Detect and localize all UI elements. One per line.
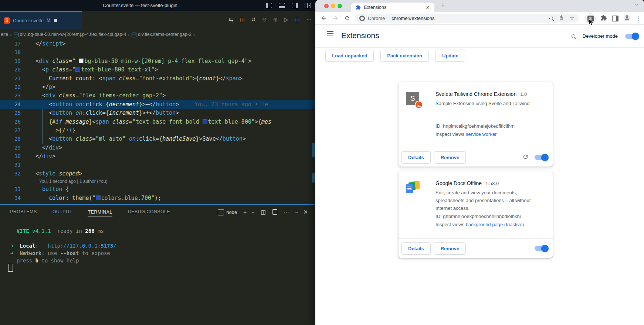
toggle-panel-icon[interactable]	[279, 3, 285, 10]
symbol-cube-icon	[132, 33, 136, 37]
tab-search-chevron-icon[interactable]: ›	[634, 4, 640, 6]
details-button[interactable]: Details	[401, 242, 431, 255]
customize-layout-icon[interactable]	[305, 3, 311, 10]
terminal-instance-node[interactable]: › node	[218, 209, 237, 215]
developer-mode-label: Developer mode	[583, 33, 618, 39]
minimize-window-button[interactable]	[331, 4, 335, 8]
pack-extension-button[interactable]: Pack extension	[380, 50, 429, 62]
code-line[interactable]: 17</script>	[0, 40, 315, 48]
split-editor-icon[interactable]: ◫	[295, 16, 300, 23]
chrome-menu-icon[interactable]: ⋮	[635, 15, 641, 22]
discard-icon[interactable]: ↺	[251, 16, 256, 23]
maximize-panel-icon[interactable]: ›	[295, 209, 297, 215]
code-line[interactable]: 21 Current count: <span class="font-extr…	[0, 74, 315, 83]
extension-enabled-toggle[interactable]	[535, 155, 548, 160]
code-line[interactable]: 31	[0, 161, 315, 169]
panel-tab-output[interactable]: OUTPUT	[52, 209, 72, 215]
close-window-button[interactable]	[324, 4, 329, 8]
compare-changes-icon[interactable]: ⇆	[229, 16, 234, 23]
new-terminal-icon[interactable]: +	[243, 209, 247, 215]
remove-button[interactable]: Remove	[434, 242, 466, 255]
vscode-titlebar: Counter.svelte — test-svelte-plugin	[0, 0, 315, 11]
bookmark-star-icon[interactable]: ☆	[570, 16, 574, 21]
window-title: Counter.svelte — test-svelte-plugin	[0, 3, 280, 8]
inspect-views-link[interactable]: background page (Inactive)	[466, 222, 524, 227]
tab-title: Extensions	[364, 5, 426, 10]
extension-enabled-toggle[interactable]	[535, 246, 548, 251]
code-line[interactable]: 28 <button class="ml-auto" on:click={han…	[0, 135, 315, 143]
code-line[interactable]: 20 <p class="text-blue-800 text-xl">	[0, 66, 315, 74]
unpacked-badge-icon	[415, 101, 423, 109]
chrome-window: Extensions ✕ + › Chrome chrome://extensi…	[315, 0, 644, 325]
details-button[interactable]: Details	[401, 151, 431, 164]
code-line[interactable]: 18	[0, 48, 315, 57]
remove-button[interactable]: Remove	[434, 151, 466, 164]
search-icon[interactable]	[572, 34, 575, 38]
tab-extensions[interactable]: Extensions ✕	[351, 3, 434, 12]
extension-version: 1.0	[520, 91, 527, 97]
inspect-views-link[interactable]: service worker	[466, 131, 497, 137]
terminal-picker-chevron-icon[interactable]: ›	[253, 209, 255, 215]
code-line[interactable]: 27 >{/if}	[0, 126, 315, 135]
breadcrumb[interactable]: elte›div..bg-blue-50.min-w-[20rem].p-4.f…	[0, 29, 315, 40]
zoom-window-button[interactable]	[338, 4, 342, 8]
share-icon[interactable]	[559, 15, 564, 22]
tab-counter-svelte[interactable]: S Counter.svelte M	[0, 11, 82, 29]
code-line[interactable]: 23 <div class="flex items-center gap-2">	[0, 91, 315, 100]
next-change-icon[interactable]: ⊕	[273, 16, 278, 23]
breadcrumb-item[interactable]: div.flex.items-center.gap-2	[138, 32, 191, 37]
more-actions-icon[interactable]: ⋯	[306, 16, 312, 23]
close-panel-icon[interactable]: ✕	[303, 209, 308, 215]
panel-tab-problems[interactable]: PROBLEMS	[10, 209, 37, 215]
update-button[interactable]: Update	[435, 50, 465, 62]
previous-change-icon[interactable]: ⊖	[262, 16, 267, 23]
code-line[interactable]: 34 color: theme("colors.blue.700");	[0, 194, 315, 202]
code-line[interactable]: 32<style scoped>	[0, 170, 315, 178]
open-changes-icon[interactable]: ◫	[240, 16, 245, 23]
svelte-file-icon: S	[4, 17, 10, 24]
color-swatch-icon	[203, 119, 207, 124]
panel-tab-terminal[interactable]: TERMINAL	[88, 210, 112, 217]
code-line[interactable]: 19<div class=" bg-blue-50 min-w-[20rem] …	[0, 57, 315, 66]
toggle-sidebar-icon[interactable]	[266, 3, 272, 10]
code-line[interactable]: 24 <button on:click={decrement}>−</butto…	[0, 100, 315, 109]
side-panel-icon[interactable]	[612, 16, 618, 21]
code-line[interactable]: 22 </p>	[0, 83, 315, 91]
load-unpacked-button[interactable]: Load unpacked	[325, 50, 374, 62]
svelte-extension-toolbar-icon[interactable]: S	[585, 13, 596, 24]
reload-button[interactable]	[344, 15, 350, 23]
extension-version: 1.53.0	[485, 181, 499, 186]
code-editor[interactable]: 17</script>1819<div class=" bg-blue-50 m…	[0, 40, 315, 204]
code-line[interactable]: 25 <button on:click={increment}>+</butto…	[0, 109, 315, 117]
back-button[interactable]	[321, 15, 327, 23]
reload-extension-icon[interactable]	[522, 154, 529, 161]
codelens-blame[interactable]: You, 1 second ago | 1 author (You)	[0, 178, 315, 185]
forward-button[interactable]	[332, 15, 339, 23]
breadcrumb-item[interactable]: div..bg-blue-50.min-w-[20rem].p-4.flex.f…	[20, 32, 126, 37]
line-number: 30	[0, 152, 21, 161]
address-bar[interactable]: Chrome chrome://extensions ☆	[355, 14, 579, 23]
code-line[interactable]: 29 </div>	[0, 144, 315, 152]
code-line[interactable]: 30</div>	[0, 152, 315, 161]
zoom-icon[interactable]	[549, 17, 553, 20]
more-icon[interactable]: ⋯	[284, 209, 289, 215]
editor-actions: ⇆◫↺⊖⊕▷◫⋯	[229, 16, 312, 23]
profile-avatar[interactable]	[623, 14, 631, 23]
kill-terminal-icon[interactable]	[272, 209, 277, 215]
breadcrumb-item[interactable]: elte	[1, 32, 8, 37]
extensions-puzzle-icon[interactable]	[600, 14, 607, 23]
toggle-secondary-sidebar-icon[interactable]	[292, 3, 298, 10]
hamburger-menu-icon[interactable]	[327, 31, 333, 32]
developer-mode-toggle[interactable]	[625, 34, 638, 39]
mouse-cursor	[589, 19, 594, 26]
code-line[interactable]: 26 {#if message}<span class="text-base f…	[0, 118, 315, 126]
new-tab-button[interactable]: +	[441, 1, 445, 9]
extension-title: Svelete Tailwind Chrome Extension	[435, 91, 516, 97]
tab-close-icon[interactable]: ✕	[426, 4, 430, 10]
code-line[interactable]: 33 button {	[0, 185, 315, 194]
panel-tab-debug-console[interactable]: DEBUG CONSOLE	[128, 209, 170, 215]
run-icon[interactable]: ▷	[284, 16, 288, 23]
extension-description: Edit, create and view your documents,spr…	[435, 189, 546, 212]
terminal-output[interactable]: VITE v4.1.1 ready in 286 ms➜ Local: http…	[10, 227, 116, 264]
split-terminal-icon[interactable]: ◫	[261, 209, 266, 215]
